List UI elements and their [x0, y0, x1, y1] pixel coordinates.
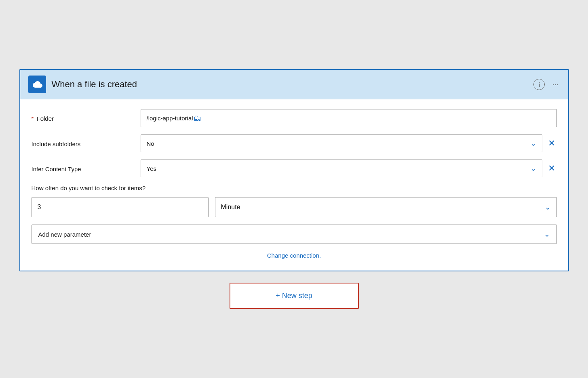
- unit-dropdown[interactable]: Minute ⌄: [215, 197, 557, 217]
- frequency-label: How often do you want to check for items…: [32, 185, 557, 191]
- header-actions: i ···: [533, 79, 560, 90]
- folder-input[interactable]: /logic-app-tutorial 🗂: [141, 109, 557, 127]
- main-container: When a file is created i ··· * Folder /l…: [19, 69, 569, 309]
- folder-row: * Folder /logic-app-tutorial 🗂: [32, 109, 557, 127]
- cloud-icon: [28, 76, 46, 93]
- card-header: When a file is created i ···: [20, 70, 568, 99]
- subfolders-clear-button[interactable]: ✕: [546, 139, 557, 148]
- infer-row: Infer Content Type Yes ⌄ ✕: [32, 160, 557, 177]
- subfolders-label: Include subfolders: [32, 140, 141, 147]
- card-body: * Folder /logic-app-tutorial 🗂 Include s…: [20, 99, 568, 271]
- interval-row: Minute ⌄: [32, 197, 557, 217]
- more-button[interactable]: ···: [550, 79, 560, 90]
- required-star: *: [32, 115, 34, 122]
- trigger-card: When a file is created i ··· * Folder /l…: [19, 69, 569, 271]
- subfolders-chevron-icon: ⌄: [530, 139, 536, 148]
- infer-dropdown[interactable]: Yes ⌄: [141, 160, 542, 177]
- subfolders-field: No ⌄ ✕: [141, 134, 557, 152]
- change-connection-link[interactable]: Change connection.: [267, 252, 321, 259]
- folder-icon: 🗂: [193, 113, 201, 123]
- unit-chevron-icon: ⌄: [545, 203, 551, 212]
- subfolders-row: Include subfolders No ⌄ ✕: [32, 134, 557, 152]
- infer-clear-button[interactable]: ✕: [546, 164, 557, 173]
- infer-label: Infer Content Type: [32, 165, 141, 172]
- change-connection-container: Change connection.: [32, 252, 557, 259]
- folder-field: /logic-app-tutorial 🗂: [141, 109, 557, 127]
- new-step-area: + New step: [230, 283, 359, 309]
- add-param-chevron-icon: ⌄: [544, 230, 550, 239]
- interval-input[interactable]: [32, 197, 209, 217]
- infer-chevron-icon: ⌄: [530, 164, 536, 173]
- folder-label: * Folder: [32, 114, 141, 122]
- subfolders-dropdown[interactable]: No ⌄: [141, 134, 542, 152]
- new-step-button[interactable]: + New step: [230, 283, 359, 309]
- add-parameter-dropdown[interactable]: Add new parameter ⌄: [32, 225, 557, 244]
- card-title: When a file is created: [52, 79, 528, 90]
- infer-field: Yes ⌄ ✕: [141, 160, 557, 177]
- info-button[interactable]: i: [533, 79, 545, 90]
